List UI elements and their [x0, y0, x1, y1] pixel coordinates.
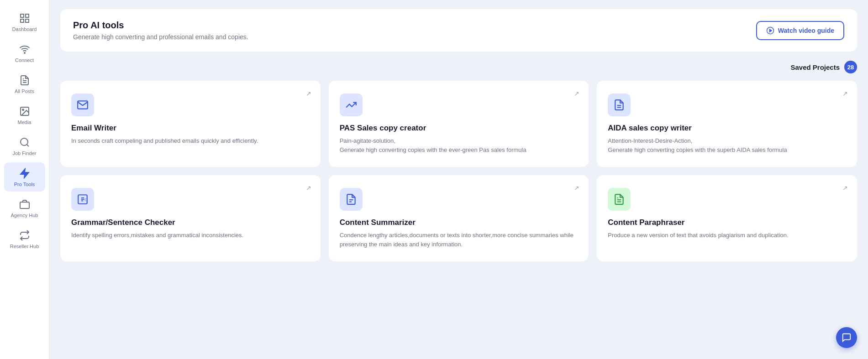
search-icon — [18, 136, 31, 149]
content-paraphraser-icon — [608, 188, 631, 211]
sidebar-item-agency-hub-label: Agency Hub — [11, 213, 38, 218]
grammar-checker-icon: G — [71, 188, 94, 211]
page-title: Pro AI tools — [73, 20, 248, 31]
tool-card-content-paraphraser[interactable]: ↗ Content Paraphraser Produce a new vers… — [597, 175, 857, 261]
tool-card-email-writer-desc: In seconds craft compeling and published… — [71, 136, 310, 146]
file-text-icon — [18, 74, 31, 87]
chat-bubble-button[interactable] — [836, 327, 857, 348]
sidebar-item-dashboard[interactable]: Dashboard — [4, 7, 45, 36]
chat-icon — [842, 333, 852, 343]
tool-card-pas-desc: Pain-agitate-solution,Generate high conv… — [340, 136, 578, 154]
saved-projects-row: Saved Projects 28 — [60, 61, 857, 73]
tool-card-paraphraser-desc: Produce a new version of text that avoid… — [608, 231, 846, 240]
tool-card-aida-sales-copy[interactable]: ↗ AIDA sales copy writer Attention-Inter… — [597, 81, 857, 167]
aida-sales-icon — [608, 94, 631, 116]
tools-grid: ↗ Email Writer In seconds craft compelin… — [60, 81, 857, 261]
sidebar-item-job-finder[interactable]: Job Finder — [4, 131, 45, 161]
svg-point-9 — [21, 138, 28, 146]
sidebar-item-reseller-hub[interactable]: Reseller Hub — [4, 224, 45, 254]
expand-icon-4: ↗ — [306, 184, 311, 192]
svg-point-8 — [22, 109, 24, 110]
header-text: Pro AI tools Generate high converting an… — [73, 20, 248, 41]
expand-icon: ↗ — [306, 90, 311, 97]
svg-rect-12 — [20, 202, 29, 208]
sidebar-item-all-posts[interactable]: All Posts — [4, 69, 45, 99]
tool-card-summarizer-title: Content Summarizer — [340, 218, 578, 227]
briefcase-icon — [18, 198, 31, 211]
sidebar-item-pro-tools[interactable]: Pro Tools — [4, 162, 45, 192]
tool-card-pas-title: PAS Sales copy creator — [340, 124, 578, 133]
tool-card-paraphraser-title: Content Paraphraser — [608, 218, 846, 227]
expand-icon-6: ↗ — [842, 184, 848, 192]
tool-card-email-writer-title: Email Writer — [71, 124, 310, 133]
tool-card-grammar-checker[interactable]: ↗ G Grammar/Sentence Checker Identify sp… — [60, 175, 321, 261]
sidebar-item-media-label: Media — [18, 120, 32, 125]
grid-icon — [18, 12, 31, 25]
expand-icon-2: ↗ — [574, 90, 579, 97]
tool-card-email-writer[interactable]: ↗ Email Writer In seconds craft compelin… — [60, 81, 321, 167]
header-card: Pro AI tools Generate high converting an… — [60, 9, 857, 52]
sidebar-item-media[interactable]: Media — [4, 100, 45, 130]
main-content: Pro AI tools Generate high converting an… — [49, 0, 868, 359]
wifi-icon — [18, 43, 31, 56]
expand-icon-3: ↗ — [842, 90, 848, 97]
tool-card-summarizer-desc: Condence lengthy articles,documents or t… — [340, 231, 578, 249]
sidebar-item-reseller-hub-label: Reseller Hub — [10, 244, 39, 249]
svg-line-10 — [26, 145, 28, 146]
sidebar-item-connect-label: Connect — [15, 57, 34, 63]
sidebar-item-all-posts-label: All Posts — [15, 88, 34, 94]
play-circle-icon — [766, 26, 774, 35]
svg-rect-3 — [26, 19, 29, 22]
svg-text:G: G — [84, 198, 87, 202]
expand-icon-5: ↗ — [574, 184, 579, 192]
tool-card-grammar-title: Grammar/Sentence Checker — [71, 218, 310, 227]
pas-sales-icon — [340, 94, 363, 116]
sidebar: Dashboard Connect All Posts Medi — [0, 0, 49, 359]
sidebar-item-job-finder-label: Job Finder — [13, 151, 37, 156]
repeat-icon — [18, 229, 31, 242]
svg-marker-11 — [21, 169, 29, 178]
content-summarizer-icon — [340, 188, 363, 211]
svg-rect-2 — [21, 19, 24, 22]
sidebar-item-pro-tools-label: Pro Tools — [14, 182, 35, 187]
svg-rect-0 — [21, 14, 24, 17]
email-writer-icon — [71, 94, 94, 116]
saved-projects-label: Saved Projects — [790, 63, 840, 71]
watch-video-button[interactable]: Watch video guide — [756, 21, 844, 40]
sidebar-item-agency-hub[interactable]: Agency Hub — [4, 193, 45, 223]
tool-card-aida-desc: Attention-Interest-Desire-Action,Generat… — [608, 136, 846, 154]
svg-marker-15 — [769, 29, 772, 32]
sidebar-item-dashboard-label: Dashboard — [12, 26, 37, 32]
tool-card-content-summarizer[interactable]: ↗ Content Summarizer Condence lengthy ar… — [329, 175, 589, 261]
svg-point-4 — [24, 52, 25, 53]
saved-projects-badge: 28 — [844, 61, 857, 73]
tool-card-pas-sales-copy[interactable]: ↗ PAS Sales copy creator Pain-agitate-so… — [329, 81, 589, 167]
image-icon — [18, 105, 31, 118]
svg-rect-1 — [26, 14, 29, 17]
tool-card-aida-title: AIDA sales copy writer — [608, 124, 846, 133]
sidebar-item-connect[interactable]: Connect — [4, 38, 45, 68]
zap-icon — [18, 167, 31, 180]
page-subtitle: Generate high converting and professiona… — [73, 33, 248, 41]
tool-card-grammar-desc: Identify spelling errors,mistakes and gr… — [71, 231, 310, 240]
